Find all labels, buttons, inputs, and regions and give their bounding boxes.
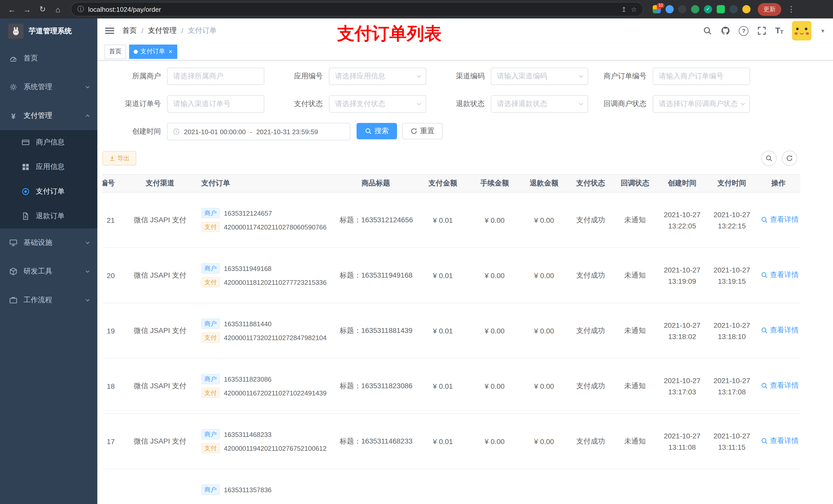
sidebar-item-workflow[interactable]: 工作流程 xyxy=(0,286,97,314)
app-no-filter-label: 应用编号 xyxy=(264,72,329,81)
extension-icon-green[interactable] xyxy=(691,5,699,13)
view-detail-link[interactable]: 查看详情 xyxy=(761,215,799,224)
search-button[interactable]: 搜索 xyxy=(357,123,397,139)
extension-icon-smiley[interactable] xyxy=(742,5,751,13)
merchant-order-line: 商户 1635311823086 xyxy=(201,374,335,384)
export-button[interactable]: 导出 xyxy=(102,151,136,165)
sidebar-logo[interactable]: 芋道管理系统 xyxy=(0,19,97,44)
extension-icon-pin[interactable] xyxy=(730,5,738,13)
pay-tag: 支付 xyxy=(201,277,220,287)
app-navbar: 首页 / 支付管理 / 支付订单 支付订单列表 ? TT xyxy=(97,19,833,43)
font-size-icon[interactable]: TT xyxy=(775,27,783,35)
refund-amount-cell: ¥ 0.00 xyxy=(520,303,569,358)
sidebar-item-system[interactable]: 系统管理 xyxy=(0,73,97,101)
view-detail-link[interactable]: 查看详情 xyxy=(761,326,799,335)
actions-cell: 查看详情 xyxy=(757,248,800,303)
refresh-table-button[interactable] xyxy=(782,150,797,166)
pay-order-no: 4200001173202110272847982104 xyxy=(224,334,327,341)
order-id-cell: 19 xyxy=(102,303,123,358)
breadcrumb-payment[interactable]: 支付管理 xyxy=(148,26,177,35)
browser-back-button[interactable]: ← xyxy=(5,3,19,16)
close-tab-icon[interactable]: × xyxy=(169,48,172,55)
table-body: 21 微信 JSAPI 支付 商户 1635312124657 支付 42000… xyxy=(102,192,800,504)
channel-order-no-filter-input[interactable]: 请输入渠道订单号 xyxy=(167,95,264,113)
view-detail-link[interactable]: 查看详情 xyxy=(761,270,799,280)
breadcrumb-home[interactable]: 首页 xyxy=(122,26,137,35)
col-notify-status: 回调状态 xyxy=(613,174,657,192)
avatar-caret-icon[interactable]: ▼ xyxy=(820,28,825,33)
browser-menu-icon[interactable]: ⋮ xyxy=(787,5,795,14)
notify-status-cell: 未通知 xyxy=(613,192,657,248)
col-pay-status: 支付状态 xyxy=(569,174,613,192)
merchant-order-no: 1635311823086 xyxy=(224,375,271,383)
fee-amount-cell: ¥ 0.00 xyxy=(470,358,520,414)
site-info-icon[interactable]: ⓘ xyxy=(77,5,84,14)
toggle-search-button[interactable] xyxy=(761,150,777,166)
browser-home-button[interactable]: ⌂ xyxy=(51,3,65,16)
notify-status-cell: 未通知 xyxy=(613,358,657,414)
extension-icon-check[interactable]: ✓ xyxy=(704,5,712,13)
merchant-filter-input[interactable]: 请选择所属商户 xyxy=(167,68,264,85)
create-time-range-input[interactable]: 2021-10-01 00:00:00 - 2021-10-31 23:59:5… xyxy=(167,123,351,140)
pay-order-cell: 商户 1635311949168 支付 42000011812021102777… xyxy=(197,248,336,303)
sidebar-item-refund-order[interactable]: 退款订单 xyxy=(0,204,97,229)
pay-time-cell: 2021-10-27 13:17:08 xyxy=(707,358,757,414)
fullscreen-icon[interactable] xyxy=(757,26,766,35)
view-detail-link[interactable]: 查看详情 xyxy=(761,381,799,390)
pay-order-line: 支付 4200001181202110277723215336 xyxy=(201,277,335,287)
bookmark-star-icon[interactable]: ☆ xyxy=(631,5,637,13)
browser-forward-button[interactable]: → xyxy=(21,3,34,16)
channel-code-filter-select[interactable]: 请输入渠道编码 xyxy=(491,68,588,85)
tab-pay-order[interactable]: 支付订单 × xyxy=(129,44,177,58)
document-icon xyxy=(22,212,30,220)
screenshot-stage: ← → ↻ ⌂ ⓘ localhost:1024/pay/order ↥ ☆ 1… xyxy=(0,0,833,504)
pay-order-no: 4200001174202110278060590766 xyxy=(224,223,327,231)
extension-icon-dark[interactable] xyxy=(678,5,687,13)
fee-amount-cell: ¥ 0.00 xyxy=(470,192,520,248)
app-no-filter-select[interactable]: 请选择应用信息 xyxy=(329,68,426,85)
chevron-down-icon xyxy=(85,297,91,303)
browser-reload-button[interactable]: ↻ xyxy=(36,3,49,16)
view-detail-link[interactable]: 查看详情 xyxy=(761,436,799,446)
sidebar-item-pay-order[interactable]: 支付订单 xyxy=(0,179,97,204)
pay-status-filter-select[interactable]: 请选择支付状态 xyxy=(329,95,426,113)
pay-order-line: 支付 4200001173202110272847982104 xyxy=(201,332,335,343)
merchant-order-no: 1635311949168 xyxy=(224,265,271,272)
hamburger-icon[interactable] xyxy=(105,28,114,34)
payment-submenu: 商户信息 应用信息 支付订单 退款订单 xyxy=(0,130,97,229)
github-icon[interactable] xyxy=(721,26,730,35)
extension-icon-drop[interactable] xyxy=(665,5,674,13)
col-actions: 操作 xyxy=(757,174,800,192)
pay-channel-cell: 微信 JSAPI 支付 xyxy=(123,303,197,358)
address-bar[interactable]: ⓘ localhost:1024/pay/order ↥ ☆ xyxy=(71,2,643,16)
merchant-order-no-filter-input[interactable]: 请输入商户订单编号 xyxy=(653,68,750,85)
callback-status-filter-select[interactable]: 请选择订单回调商户状态 xyxy=(653,95,750,113)
reset-button[interactable]: 重置 xyxy=(402,123,443,139)
pay-amount-cell: ¥ 0.01 xyxy=(416,358,470,414)
sidebar-item-infrastructure[interactable]: 基础设施 xyxy=(0,229,97,257)
extension-icon-multicolor[interactable]: 10 xyxy=(653,5,661,13)
sidebar-item-merchant-info[interactable]: 商户信息 xyxy=(0,130,97,155)
user-avatar[interactable] xyxy=(792,21,811,41)
pay-tag: 支付 xyxy=(201,332,220,343)
sidebar-item-home[interactable]: 首页 xyxy=(0,44,97,73)
help-icon[interactable]: ? xyxy=(739,26,748,35)
merchant-order-line: 商户 1635311949168 xyxy=(201,263,335,273)
refund-status-filter-select[interactable]: 请选择退款状态 xyxy=(491,95,588,113)
browser-update-button[interactable]: 更新 xyxy=(758,3,781,16)
share-icon[interactable]: ↥ xyxy=(621,5,627,13)
extension-icon-green-square[interactable] xyxy=(717,5,725,13)
create-time-cell: 2021-10-27 13:22:05 xyxy=(657,192,707,248)
annotation-title: 支付订单列表 xyxy=(337,22,442,46)
table-toolbar xyxy=(761,150,797,166)
sidebar-item-payment[interactable]: ¥ 支付管理 xyxy=(0,101,97,130)
tab-home[interactable]: 首页 xyxy=(104,44,126,58)
order-id-cell: 17 xyxy=(102,414,123,469)
search-icon[interactable] xyxy=(703,26,712,35)
merchant-order-no-filter-label: 商户订单编号 xyxy=(588,72,653,81)
app-title: 芋道管理系统 xyxy=(29,27,72,36)
sidebar-item-app-info[interactable]: 应用信息 xyxy=(0,155,97,179)
col-create-time: 创建时间 xyxy=(657,174,707,192)
sidebar-item-dev-tools[interactable]: 研发工具 xyxy=(0,257,97,286)
tags-view-bar: 首页 支付订单 × xyxy=(97,43,833,61)
